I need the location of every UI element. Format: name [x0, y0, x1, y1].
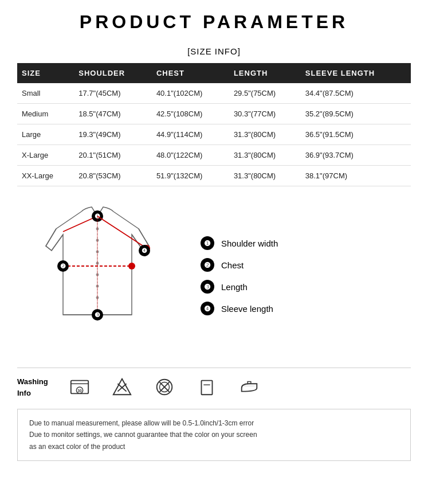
svg-point-15	[128, 263, 135, 269]
table-cell: 48.0"(122CM)	[152, 145, 229, 166]
machine-wash-icon: 30	[69, 376, 91, 398]
svg-rect-34	[202, 381, 213, 395]
table-cell: 40.1"(102CM)	[152, 83, 229, 104]
table-cell: 34.4"(87.5CM)	[301, 83, 411, 104]
table-cell: 31.3"(80CM)	[229, 166, 301, 186]
svg-rect-36	[248, 382, 251, 384]
table-row: XX-Large20.8"(53CM)51.9"(132CM)31.3"(80C…	[17, 166, 411, 186]
table-cell: 19.3"(49CM)	[74, 124, 152, 145]
table-cell: 35.2"(89.5CM)	[301, 104, 411, 124]
table-cell: 42.5"(108CM)	[152, 104, 229, 124]
table-cell: 18.5"(47CM)	[74, 104, 152, 124]
table-header-cell: SIZE	[17, 63, 74, 83]
svg-line-19	[97, 216, 147, 248]
table-cell: 38.1"(97CM)	[301, 166, 411, 186]
table-cell: 51.9"(132CM)	[152, 166, 229, 186]
page: PRODUCT PARAMETER [SIZE INFO] SIZESHOULD…	[0, 0, 428, 472]
legend-label: Sleeve length	[221, 304, 273, 314]
table-row: X-Large20.1"(51CM)48.0"(122CM)31.3"(80CM…	[17, 145, 411, 166]
washing-icons: 30	[69, 376, 411, 398]
table-cell: Large	[17, 124, 74, 145]
note-line: Due to monitor settings, we cannot guara…	[29, 429, 399, 440]
no-tumble-dry-icon	[154, 376, 175, 398]
svg-text:❸: ❸	[95, 311, 100, 318]
table-cell: 17.7"(45CM)	[74, 83, 152, 104]
table-row: Large19.3"(49CM)44.9"(114CM)31.3"(80CM)3…	[17, 124, 411, 145]
table-cell: 44.9"(114CM)	[152, 124, 229, 145]
table-header-cell: SLEEVE LENGTH	[301, 63, 411, 83]
table-row: Small17.7"(45CM)40.1"(102CM)29.5"(75CM)3…	[17, 83, 411, 104]
table-cell: 36.9"(93.7CM)	[301, 145, 411, 166]
table-cell: XX-Large	[17, 166, 74, 186]
iron-icon	[238, 376, 260, 398]
size-info-label: [SIZE INFO]	[17, 46, 411, 56]
note-line: Due to manual measurement, please allow …	[29, 417, 399, 429]
svg-marker-27	[113, 379, 131, 395]
legend-label: Length	[221, 282, 248, 292]
legend-item: ❶ Shoulder width	[201, 236, 411, 250]
size-table: SIZESHOULDERCHESTLENGTHSLEEVE LENGTH Sma…	[17, 63, 411, 186]
legend-badge: ❹	[201, 302, 214, 315]
washing-label: WashingInfo	[17, 376, 52, 398]
table-header-cell: LENGTH	[229, 63, 301, 83]
legend-badge: ❷	[201, 258, 214, 272]
no-bleach-icon	[111, 376, 133, 398]
table-header-row: SIZESHOULDERCHESTLENGTHSLEEVE LENGTH	[17, 63, 411, 83]
table-cell: 29.5"(75CM)	[229, 83, 301, 104]
shirt-svg: ❶ ❷ ❸ ❹	[17, 200, 178, 349]
table-header-cell: CHEST	[152, 63, 229, 83]
legend-badge: ❶	[201, 236, 214, 250]
svg-text:❹: ❹	[142, 247, 147, 254]
table-cell: Medium	[17, 104, 74, 124]
table-row: Medium18.5"(47CM)42.5"(108CM)30.3"(77CM)…	[17, 104, 411, 124]
svg-text:30: 30	[77, 389, 82, 393]
table-cell: 31.3"(80CM)	[229, 124, 301, 145]
table-header-cell: SHOULDER	[74, 63, 152, 83]
legend-item: ❷ Chest	[201, 258, 411, 272]
page-title: PRODUCT PARAMETER	[17, 11, 411, 33]
washing-section: WashingInfo 30	[17, 368, 411, 398]
diagram-section: ❶ ❷ ❸ ❹ ❶ Shoulder width ❷	[17, 200, 411, 351]
note-section: Due to manual measurement, please allow …	[17, 409, 411, 461]
legend-badge: ❸	[201, 280, 214, 294]
note-line: as an exact color of the product	[29, 441, 399, 452]
table-cell: X-Large	[17, 145, 74, 166]
svg-text:❷: ❷	[60, 263, 66, 269]
table-cell: Small	[17, 83, 74, 104]
legend-label: Chest	[221, 260, 244, 270]
table-cell: 20.8"(53CM)	[74, 166, 152, 186]
legend: ❶ Shoulder width ❷ Chest ❸ Length ❹ Slee…	[189, 236, 411, 315]
table-cell: 30.3"(77CM)	[229, 104, 301, 124]
legend-item: ❹ Sleeve length	[201, 302, 411, 315]
legend-item: ❸ Length	[201, 280, 411, 294]
hang-dry-icon	[196, 376, 218, 398]
table-cell: 36.5"(91.5CM)	[301, 124, 411, 145]
table-cell: 20.1"(51CM)	[74, 145, 152, 166]
table-cell: 31.3"(80CM)	[229, 145, 301, 166]
shirt-diagram: ❶ ❷ ❸ ❹	[17, 200, 178, 351]
legend-label: Shoulder width	[221, 239, 278, 248]
